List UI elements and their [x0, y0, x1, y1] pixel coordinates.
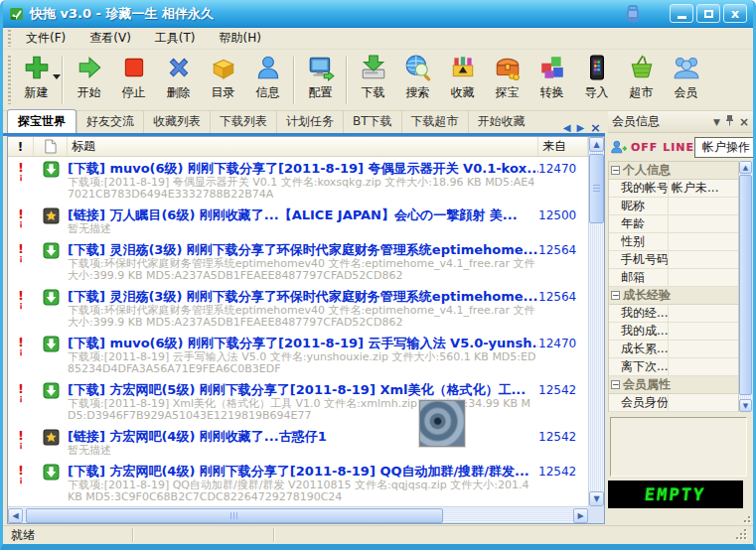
grid-row[interactable]: 邮箱	[609, 269, 738, 287]
panel-close-icon[interactable]: ×	[739, 115, 749, 129]
pin-icon[interactable]	[725, 115, 734, 128]
collapse-minus-icon[interactable]: −	[611, 380, 620, 389]
grid-row[interactable]: 年龄	[609, 215, 738, 233]
list-item[interactable]: !¡[下载] 方宏网吧(5级) 刚刚下载分享了[2011-8-19] Xml美化…	[8, 378, 588, 425]
item-description: 下载项:[2011-8-19] 云手写输入法 V5.0 文件名:yunshoux…	[68, 351, 538, 375]
panel-resize-grip[interactable]	[740, 512, 750, 522]
toolbar-button-start[interactable]: 开始	[67, 53, 111, 108]
item-title-link[interactable]: [链接] 方宏网吧(4级) 刚刚收藏了...古惑仔1	[68, 429, 538, 444]
account-operations-button[interactable]: 帐户操作	[694, 137, 753, 158]
toolbar-button-search[interactable]: 搜索	[395, 53, 440, 108]
list-item[interactable]: !¡[下载] 灵泪殇(3级) 刚刚下载分享了环保时代家庭财务管理系统eptime…	[8, 285, 588, 332]
toolbar-button-favorite[interactable]: 收藏	[440, 53, 485, 108]
scroll-right-button[interactable]: ▶	[573, 508, 588, 523]
grid-row[interactable]: 我的成...	[609, 323, 738, 341]
tab-下载超市[interactable]: 下载超市	[401, 110, 468, 133]
grid-row[interactable]: 手机号码	[609, 251, 738, 269]
collapse-minus-icon[interactable]: −	[611, 166, 620, 175]
tab-scroll-left-icon[interactable]: ◀	[563, 122, 571, 133]
collapse-minus-icon[interactable]: −	[611, 291, 620, 300]
minimize-button[interactable]	[670, 4, 693, 23]
dropdown-arrow-icon[interactable]	[53, 74, 61, 79]
grid-scrollbar[interactable]: ▲ ▼	[739, 161, 753, 412]
scroll-up-button[interactable]: ▲	[589, 137, 604, 152]
toolbar-button-download[interactable]: 下载	[351, 53, 395, 108]
item-title-link[interactable]: [下载] muvo(6级) 刚刚下载分享了[2011-8-19] 云手写输入法 …	[68, 336, 538, 350]
toolbar-button-delete[interactable]: 删除	[156, 53, 201, 108]
item-description: 暂无描述	[68, 223, 538, 235]
toolbar-button-config[interactable]: 配置	[298, 53, 343, 108]
item-title-link[interactable]: [下载] 灵泪殇(3级) 刚刚下载分享了环保时代家庭财务管理系统eptimeho…	[68, 242, 538, 257]
scrollbar-thumb[interactable]	[589, 154, 604, 223]
horizontal-scrollbar[interactable]: ◀ ▶	[8, 506, 588, 523]
thumbnail-image[interactable]	[419, 400, 465, 447]
hscrollbar-thumb[interactable]	[26, 508, 443, 523]
grid-row[interactable]: 会员身份	[609, 394, 738, 412]
tab-close-icon[interactable]: ×	[590, 122, 601, 133]
list-item[interactable]: !¡[下载] muvo(6级) 刚刚下载分享了[2011-8-19] 云手写输入…	[8, 332, 588, 378]
toolbar-button-label: 下载	[362, 84, 385, 101]
menu-item-t[interactable]: 工具(T)	[143, 28, 208, 49]
toolbar-button-new[interactable]: 新建	[14, 53, 59, 108]
priority-column-header[interactable]: !	[8, 137, 34, 156]
toolbar-button-member[interactable]: 会员	[664, 53, 708, 108]
title-bar[interactable]: 快拖 v3.0 - 珍藏一生 相伴永久 x	[3, 0, 753, 28]
type-column-header[interactable]	[34, 137, 68, 156]
grid-group-成长经验[interactable]: −成长经验	[609, 287, 738, 305]
from-column-header[interactable]: 来自	[538, 137, 588, 156]
window-resize-grip[interactable]	[734, 527, 746, 539]
grid-scroll-down-button[interactable]: ▼	[739, 399, 752, 412]
tab-探宝世界[interactable]: 探宝世界	[7, 109, 76, 133]
list-item[interactable]: !¡[下载] 灵泪殇(3级) 刚刚下载分享了环保时代家庭财务管理系统eptime…	[8, 238, 588, 285]
vertical-scrollbar[interactable]: ▲ ▼	[588, 137, 604, 506]
item-title-link[interactable]: [下载] 方宏网吧(4级) 刚刚下载分享了[2011-8-19] QQ自动加群/…	[68, 464, 538, 479]
menu-item-v[interactable]: 查看(V)	[77, 28, 143, 49]
grid-row[interactable]: 性别	[609, 233, 738, 251]
scroll-left-button[interactable]: ◀	[8, 508, 23, 523]
toolbar-button-convert[interactable]: 转换	[529, 53, 574, 108]
grid-group-个人信息[interactable]: −个人信息	[609, 162, 738, 180]
grid-scroll-up-button[interactable]: ▲	[739, 161, 752, 174]
toolbar-button-info[interactable]: 信息	[245, 53, 290, 108]
toolbar-button-stop[interactable]: 停止	[111, 53, 156, 108]
grid-row[interactable]: 我的帐号帐户未...	[609, 180, 738, 198]
tab-scroll-right-icon[interactable]: ▶	[576, 122, 584, 133]
menu-grip[interactable]	[8, 30, 11, 47]
toolbar-button-treasure[interactable]: 探宝	[485, 53, 529, 108]
item-title-link[interactable]: [下载] 灵泪殇(3级) 刚刚下载分享了环保时代家庭财务管理系统eptimeho…	[68, 289, 538, 304]
offline-status-label: OFF LINE	[631, 141, 694, 154]
tab-收藏列表[interactable]: 收藏列表	[143, 110, 210, 133]
item-title-link[interactable]: [下载] 方宏网吧(5级) 刚刚下载分享了[2011-8-19] Xml美化（格…	[68, 382, 538, 397]
toolbar-grip[interactable]	[8, 56, 11, 104]
grid-row[interactable]: 我的经...	[609, 305, 738, 323]
item-title-link[interactable]: [链接] 万人瞩目(6级) 刚刚收藏了...【ALICE JAPAN】会心の一撃…	[68, 207, 538, 222]
list-item[interactable]: !¡[链接] 方宏网吧(4级) 刚刚收藏了...古惑仔1暂无描述12542	[8, 425, 588, 460]
toolbar-button-market[interactable]: 超市	[619, 53, 664, 108]
list-item[interactable]: !¡[链接] 万人瞩目(6级) 刚刚收藏了...【ALICE JAPAN】会心の…	[8, 204, 588, 238]
tab-好友交流[interactable]: 好友交流	[76, 110, 143, 133]
toolbar-button-import[interactable]: 导入	[574, 53, 619, 108]
list-item[interactable]: !¡[下载] 方宏网吧(4级) 刚刚下载分享了[2011-8-19] QQ自动加…	[8, 460, 588, 506]
grid-row-value[interactable]: 帐户未...	[669, 180, 738, 197]
toolbar-button-directory[interactable]: 目录	[201, 53, 245, 108]
grid-row[interactable]: 成长累...	[609, 341, 738, 358]
scroll-down-button[interactable]: ▼	[589, 491, 604, 506]
grid-row[interactable]: 昵称	[609, 198, 738, 215]
grid-row[interactable]: 离下次...	[609, 358, 738, 376]
list-item[interactable]: !¡[下载] muvo(6级) 刚刚下载分享了[2011-8-19] 夸偶显示器…	[8, 157, 588, 204]
toolbar-button-label: 新建	[25, 84, 49, 101]
tab-下载列表[interactable]: 下载列表	[210, 110, 276, 133]
tab-BT下载[interactable]: BT下载	[343, 110, 401, 133]
title-column-header[interactable]: 标题	[68, 137, 538, 156]
chevron-down-icon[interactable]: ▼	[713, 117, 720, 127]
tab-开始收藏[interactable]: 开始收藏	[468, 110, 534, 133]
grid-scrollbar-thumb[interactable]	[739, 175, 752, 395]
menu-item-f[interactable]: 文件(F)	[14, 28, 77, 49]
close-button[interactable]: x	[723, 4, 747, 23]
maximize-button[interactable]	[696, 4, 720, 23]
item-title-link[interactable]: [下载] muvo(6级) 刚刚下载分享了[2011-8-19] 夸偶显示器开关…	[68, 161, 538, 176]
grid-group-会员属性[interactable]: −会员属性	[609, 376, 738, 394]
tab-计划任务[interactable]: 计划任务	[276, 110, 343, 133]
menu-item-h[interactable]: 帮助(H)	[208, 28, 273, 49]
panel-bottom-strip	[608, 508, 753, 524]
